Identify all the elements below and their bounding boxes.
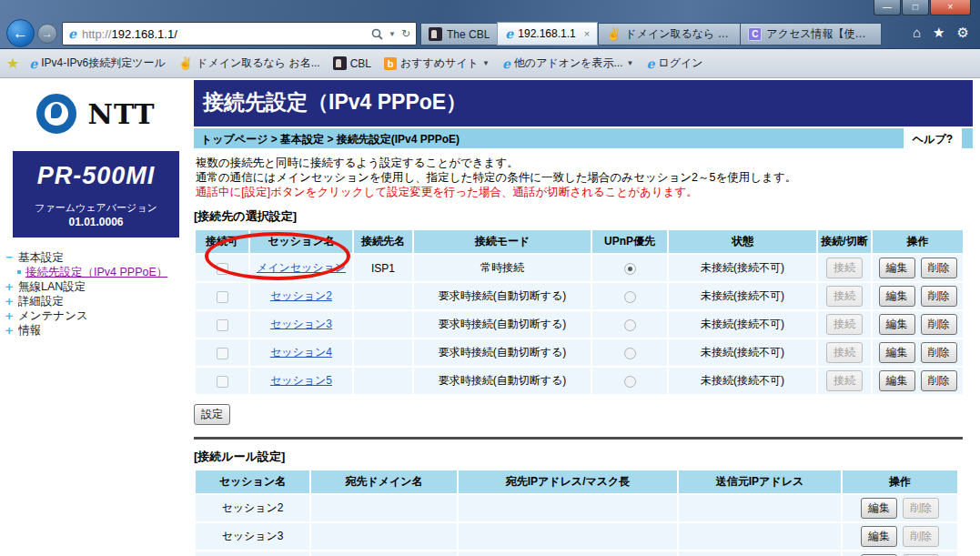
tab-close-icon[interactable]: ×: [584, 28, 590, 39]
favorite-item-cbl[interactable]: CBL: [328, 55, 376, 72]
sidebar-item-advanced-settings[interactable]: ＋ 詳細設定: [3, 294, 192, 308]
tab-the-cbl[interactable]: The CBL: [420, 23, 497, 45]
expand-plus-icon[interactable]: ＋: [3, 308, 15, 323]
edit-button[interactable]: 編集: [879, 314, 915, 335]
model-box: PR-500MI ファームウェアバージョン 01.01.0006: [13, 151, 179, 238]
window-minimize-button[interactable]: —: [874, 0, 901, 15]
session-link-5[interactable]: セッション5: [270, 374, 332, 387]
edit-button[interactable]: 編集: [879, 370, 915, 391]
upnp-priority-radio[interactable]: [624, 348, 636, 359]
help-link[interactable]: ヘルプ?: [904, 128, 962, 148]
search-options-caret-icon[interactable]: ▼: [389, 30, 396, 38]
connect-button[interactable]: 接続: [826, 342, 863, 363]
column-header: 宛先IPアドレス/マスク長: [459, 470, 677, 493]
window-maximize-button[interactable]: □: [902, 0, 929, 15]
upnp-priority-radio[interactable]: [624, 263, 636, 275]
edit-button[interactable]: 編集: [861, 498, 897, 519]
favorites-bar: ★ e IPv4-IPv6接続判定ツール ✌ ドメイン取るなら お名... CB…: [0, 49, 980, 78]
tab-domain[interactable]: ✌ ドメイン取るなら お名...: [598, 23, 740, 45]
table-row: セッション3 要求時接続(自動切断する) 未接続(接続不可) 接続 編集削除: [196, 311, 963, 338]
delete-button[interactable]: 削除: [921, 342, 957, 363]
search-icon[interactable]: [371, 28, 383, 40]
connect-enable-checkbox[interactable]: [217, 319, 228, 331]
cbl-favicon: [333, 56, 347, 70]
back-icon: ←: [13, 25, 28, 43]
favorites-icon[interactable]: ★: [933, 25, 945, 39]
session-link-main[interactable]: メインセッション: [257, 261, 346, 274]
chevron-down-icon[interactable]: ▼: [482, 59, 490, 67]
delete-button[interactable]: 削除: [921, 258, 957, 278]
sidebar-item-maintenance[interactable]: ＋ メンテナンス: [3, 308, 192, 323]
home-icon[interactable]: ⌂: [913, 25, 921, 39]
sidebar-item-pppoe-settings[interactable]: 接続先設定（IPv4 PPPoE）: [3, 265, 192, 279]
session-name: セッション3: [196, 523, 309, 550]
chevron-down-icon[interactable]: ▼: [627, 59, 634, 67]
session-link-4[interactable]: セッション4: [270, 346, 332, 359]
edit-button[interactable]: 編集: [861, 526, 897, 547]
edit-button[interactable]: 編集: [879, 258, 915, 278]
connect-enable-checkbox[interactable]: [217, 348, 228, 359]
connect-enable-checkbox[interactable]: [217, 376, 228, 388]
expand-plus-icon[interactable]: ＋: [3, 323, 15, 338]
url-host: 192.168.1.1/: [111, 27, 177, 41]
isp-name: ISP1: [354, 255, 412, 281]
favorite-label: ドメイン取るなら お名...: [197, 56, 320, 71]
sidebar-item-information[interactable]: ＋ 情報: [3, 323, 192, 338]
isp-name: [354, 368, 412, 394]
delete-button[interactable]: 削除: [921, 370, 957, 391]
connect-button[interactable]: 接続: [826, 370, 863, 391]
connect-button[interactable]: 接続: [826, 314, 863, 335]
edit-button[interactable]: 編集: [879, 342, 915, 363]
collapse-minus-icon[interactable]: −: [3, 250, 15, 265]
connect-enable-checkbox[interactable]: [217, 291, 228, 303]
delete-button[interactable]: 削除: [921, 286, 957, 307]
window-close-button[interactable]: ×: [930, 0, 971, 15]
connect-button[interactable]: 接続: [826, 286, 863, 307]
expand-plus-icon[interactable]: ＋: [3, 294, 15, 308]
table-header-row: 接続可 セッション名 接続先名 接続モード UPnP優先 状態 接続/切断 操作: [196, 230, 963, 253]
session-link-2[interactable]: セッション2: [270, 289, 332, 302]
browser-back-button[interactable]: ←: [6, 19, 35, 47]
upnp-priority-radio[interactable]: [624, 291, 636, 303]
model-name: PR-500MI: [16, 162, 176, 190]
favorite-item-ipv4-ipv6[interactable]: e IPv4-IPv6接続判定ツール: [25, 54, 170, 73]
ie-favicon: e: [646, 57, 654, 70]
sidebar-link-label[interactable]: 接続先設定（IPv4 PPPoE）: [25, 265, 167, 279]
favorite-item-login[interactable]: e ログイン: [642, 54, 707, 73]
window-controls: — □ ×: [873, 0, 971, 15]
favorite-item-domain[interactable]: ✌ ドメイン取るなら お名...: [174, 54, 325, 73]
upnp-priority-radio[interactable]: [624, 376, 636, 388]
c-favicon: C: [748, 27, 762, 41]
edit-button[interactable]: 編集: [879, 286, 915, 307]
address-bar[interactable]: e http://192.168.1.1/ ▼ ↻: [62, 22, 417, 45]
apply-settings-button[interactable]: 設定: [194, 404, 230, 425]
delete-button[interactable]: 削除: [903, 526, 939, 547]
favorite-item-more-addons[interactable]: e 他のアドオンを表示... ▼: [498, 54, 639, 73]
firmware-version: 01.01.0006: [16, 216, 176, 228]
expand-plus-icon[interactable]: ＋: [3, 279, 15, 294]
tab-strip: The CBL e 192.168.1.1 × ✌ ドメイン取るなら お名...…: [420, 22, 882, 45]
status-text: 未接続(接続不可): [669, 339, 816, 366]
gear-icon[interactable]: ⚙: [957, 25, 969, 39]
sidebar-item-basic-settings[interactable]: − 基本設定: [3, 250, 192, 265]
delete-button[interactable]: 削除: [921, 314, 957, 335]
browser-forward-button[interactable]: →: [37, 24, 57, 44]
favorite-item-suggested-sites[interactable]: b おすすめサイト ▼: [379, 54, 494, 73]
delete-button[interactable]: 削除: [903, 498, 939, 519]
dest-domain: [311, 551, 457, 556]
connect-button[interactable]: 接続: [826, 258, 863, 278]
browser-chrome: — □ × ← → e http://192.168.1.1/ ▼ ↻ The …: [0, 0, 980, 49]
ie-page-icon: e: [68, 27, 76, 40]
column-header: 接続先名: [354, 230, 412, 253]
dest-domain: [311, 523, 457, 550]
sidebar-item-wireless-lan[interactable]: ＋ 無線LAN設定: [3, 279, 192, 294]
refresh-icon[interactable]: ↻: [401, 27, 410, 40]
session-link-3[interactable]: セッション3: [270, 318, 332, 330]
connection-mode: 要求時接続(自動切断する): [414, 311, 591, 338]
connect-enable-checkbox[interactable]: [217, 263, 228, 275]
tab-router-active[interactable]: e 192.168.1.1 ×: [497, 22, 598, 45]
url-text[interactable]: http://192.168.1.1/: [82, 27, 177, 41]
tab-access-info[interactable]: C アクセス情報【使用中...: [740, 23, 882, 45]
upnp-priority-radio[interactable]: [624, 319, 636, 331]
add-favorite-star-icon[interactable]: ★: [6, 56, 19, 71]
